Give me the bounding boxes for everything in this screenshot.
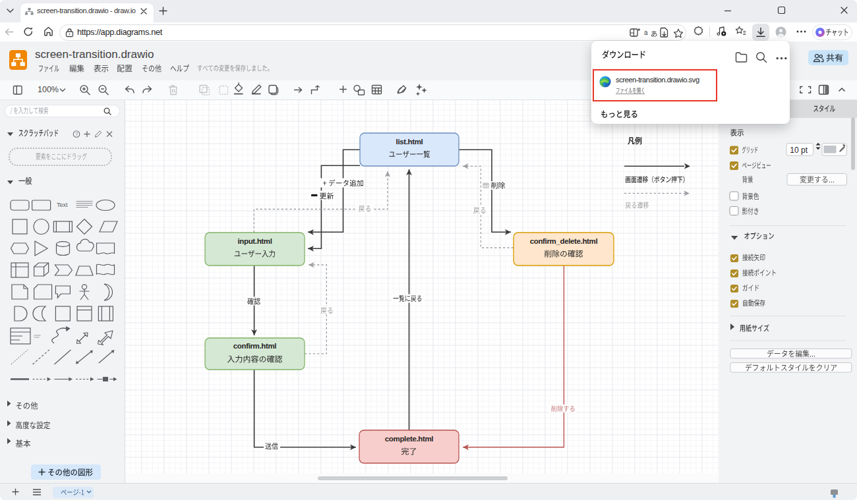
svg-text:Text: Text (57, 202, 68, 208)
svg-text:?: ? (75, 131, 78, 137)
svg-text:a: a (644, 29, 648, 36)
